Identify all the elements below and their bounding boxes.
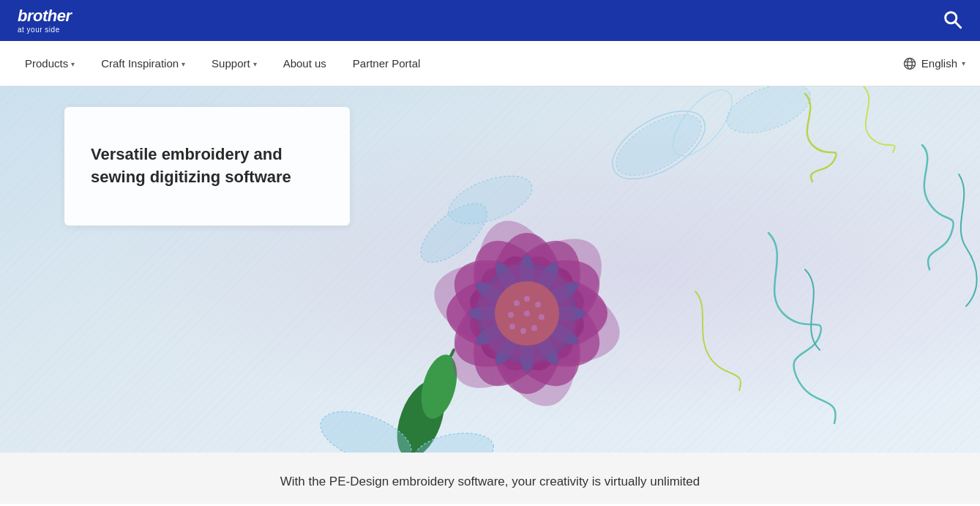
- nav-item-craft[interactable]: Craft Inspiration ▾: [91, 51, 195, 75]
- svg-point-9: [720, 86, 817, 143]
- svg-point-3: [907, 58, 912, 69]
- language-selector[interactable]: English ▾: [902, 56, 965, 71]
- hero-section: Versatile embroidery and sewing digitizi…: [0, 86, 980, 453]
- brand-name: brother: [18, 7, 72, 25]
- nav-bar: Products ▾ Craft Inspiration ▾ Support ▾…: [0, 41, 980, 86]
- nav-label-about: About us: [283, 57, 326, 70]
- svg-point-8: [607, 103, 711, 188]
- chevron-down-icon: ▾: [182, 60, 185, 68]
- top-bar: brother at your side: [0, 0, 980, 41]
- bottom-section: With the PE-Design embroidery software, …: [0, 453, 980, 504]
- nav-item-partner[interactable]: Partner Portal: [343, 51, 431, 75]
- nav-item-products[interactable]: Products ▾: [15, 51, 85, 75]
- chevron-down-icon: ▾: [253, 60, 257, 68]
- chevron-down-icon: ▾: [71, 60, 75, 68]
- search-button[interactable]: [942, 9, 962, 32]
- language-chevron-icon: ▾: [962, 59, 965, 67]
- svg-line-1: [955, 22, 961, 28]
- brand-tagline: at your side: [18, 26, 60, 34]
- nav-item-about[interactable]: About us: [273, 51, 337, 75]
- nav-label-partner: Partner Portal: [353, 57, 421, 70]
- nav-label-support: Support: [212, 57, 250, 70]
- svg-point-2: [904, 58, 915, 69]
- hero-heading: Versatile embroidery and sewing digitizi…: [91, 144, 318, 189]
- logo[interactable]: brother at your side: [18, 7, 72, 33]
- language-label: English: [921, 57, 957, 70]
- nav-label-products: Products: [25, 57, 68, 70]
- nav-item-support[interactable]: Support ▾: [201, 51, 267, 75]
- search-icon: [942, 9, 962, 29]
- hero-card: Versatile embroidery and sewing digitizi…: [64, 107, 350, 226]
- globe-icon: [902, 56, 917, 71]
- nav-label-craft: Craft Inspiration: [101, 57, 179, 70]
- nav-items: Products ▾ Craft Inspiration ▾ Support ▾…: [15, 51, 902, 75]
- bottom-tagline: With the PE-Design embroidery software, …: [234, 475, 747, 489]
